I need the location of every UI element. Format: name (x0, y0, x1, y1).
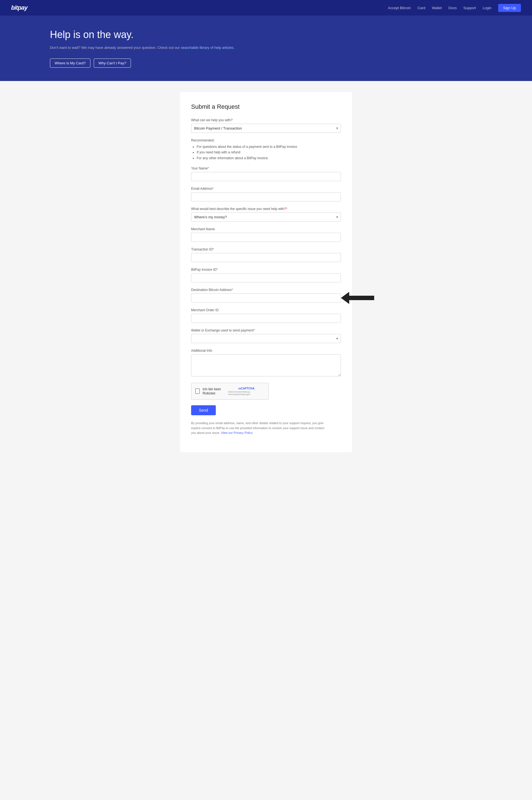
wallet-exchange-label: Wallet or Exchange used to send payment* (191, 328, 341, 332)
wallet-exchange-select[interactable] (191, 334, 341, 343)
transaction-id-label: Transaction ID* (191, 247, 341, 251)
wallet-exchange-select-wrapper (191, 334, 341, 343)
merchant-order-id-label: Merchant Order ID (191, 308, 341, 312)
bitcoin-address-group: Destination Bitcoin Address* (191, 288, 341, 303)
send-button[interactable]: Send (191, 405, 216, 415)
recaptcha-text: Ich bin kein Roboter. (203, 387, 228, 395)
bitcoin-address-label: Destination Bitcoin Address* (191, 288, 341, 292)
page-wrapper: bitpay Accept Bitcoin Card Wallet Docs S… (0, 0, 532, 800)
recaptcha-left: Ich bin kein Roboter. (195, 387, 228, 395)
help-topic-select-wrapper: Bitcoin Payment / Transaction (191, 124, 341, 133)
nav-links: Accept Bitcoin Card Wallet Docs Support … (388, 4, 521, 12)
transaction-id-group: Transaction ID* (191, 247, 341, 262)
name-label: Your Name* (191, 167, 341, 170)
transaction-id-input[interactable] (191, 253, 341, 262)
additional-info-group: Additional Info (191, 349, 341, 377)
recommended-item-1: For questions about the status of a paym… (197, 144, 341, 150)
merchant-name-input[interactable] (191, 233, 341, 242)
recommended-label: Recommended: (191, 138, 341, 142)
issue-group: What would best describe the specific is… (191, 207, 341, 222)
help-topic-label: What can we help you with? (191, 118, 341, 122)
nav-wallet[interactable]: Wallet (432, 6, 442, 10)
help-topic-select[interactable]: Bitcoin Payment / Transaction (191, 124, 341, 133)
recaptcha-logo: reCAPTCHA Datenschutzerklärung · Nutzung… (228, 387, 265, 396)
name-group: Your Name* (191, 167, 341, 181)
why-cant-i-pay-button[interactable]: Why Can't I Pay? (94, 59, 131, 68)
recommended-section: Recommended: For questions about the sta… (191, 138, 341, 161)
nav-support[interactable]: Support (463, 6, 476, 10)
bitpay-invoice-id-label: BitPay Invoice ID* (191, 268, 341, 271)
arrow-annotation (341, 292, 374, 304)
issue-label: What would best describe the specific is… (191, 207, 341, 211)
navbar: bitpay Accept Bitcoin Card Wallet Docs S… (0, 0, 532, 16)
wallet-exchange-group: Wallet or Exchange used to send payment* (191, 328, 341, 343)
recaptcha-box[interactable]: Ich bin kein Roboter. reCAPTCHA Datensch… (191, 383, 269, 400)
email-label: Email Address* (191, 187, 341, 191)
additional-info-label: Additional Info (191, 349, 341, 353)
hero-subtext: Don't want to wait? We may have already … (50, 45, 521, 51)
email-group: Email Address* (191, 187, 341, 202)
privacy-policy-link[interactable]: View our Privacy Policy (221, 431, 253, 434)
form-container: Submit a Request What can we help you wi… (180, 92, 352, 452)
form-title: Submit a Request (191, 103, 341, 110)
nav-card[interactable]: Card (417, 6, 425, 10)
where-is-my-card-button[interactable]: Where Is My Card? (50, 59, 91, 68)
issue-select[interactable]: Where's my money? (191, 212, 341, 222)
nav-docs[interactable]: Docs (449, 6, 457, 10)
issue-select-wrapper: Where's my money? (191, 212, 341, 222)
arrow-shape (341, 292, 374, 304)
logo: bitpay (11, 4, 27, 12)
hero-library-link[interactable]: searchable library of help articles. (181, 45, 235, 50)
nav-accept-bitcoin[interactable]: Accept Bitcoin (388, 6, 411, 10)
bitpay-invoice-id-group: BitPay Invoice ID* (191, 268, 341, 282)
recaptcha-checkbox[interactable] (195, 388, 200, 394)
bitpay-invoice-id-input[interactable] (191, 273, 341, 282)
recaptcha-brand: reCAPTCHA (238, 387, 254, 390)
email-input[interactable] (191, 192, 341, 202)
recaptcha-sub: Datenschutzerklärung · Nutzungsbedingung… (228, 391, 265, 396)
bitcoin-address-input[interactable] (191, 293, 341, 303)
signup-button[interactable]: Sign Up (498, 4, 521, 12)
hero-buttons: Where Is My Card? Why Can't I Pay? (50, 59, 521, 68)
hero-section: Help is on the way. Don't want to wait? … (0, 16, 532, 81)
recommended-list: For questions about the status of a paym… (191, 144, 341, 161)
recommended-item-3: For any other information about a BitPay… (197, 155, 341, 161)
recommended-item-2: If you need help with a refund (197, 150, 341, 155)
hero-heading: Help is on the way. (50, 29, 521, 40)
help-topic-group: What can we help you with? Bitcoin Payme… (191, 118, 341, 133)
merchant-name-group: Merchant Name (191, 227, 341, 242)
name-input[interactable] (191, 172, 341, 181)
merchant-order-id-input[interactable] (191, 314, 341, 323)
nav-login[interactable]: Login (482, 6, 492, 10)
arrow-body (349, 296, 374, 300)
arrow-head (341, 292, 349, 304)
merchant-name-label: Merchant Name (191, 227, 341, 231)
merchant-order-id-group: Merchant Order ID (191, 308, 341, 323)
privacy-notice: By providing your email address, name, a… (191, 421, 324, 436)
additional-info-textarea[interactable] (191, 354, 341, 377)
